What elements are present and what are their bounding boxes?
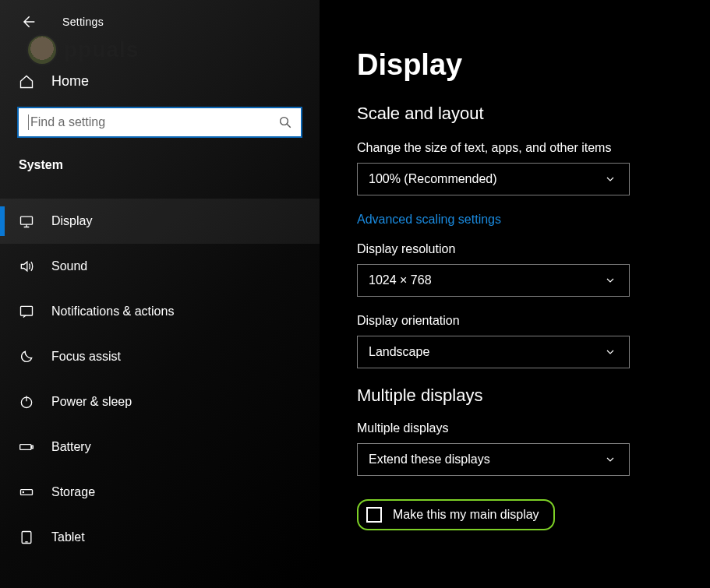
sidebar-item-power-sleep[interactable]: Power & sleep	[0, 379, 320, 424]
sidebar-item-label: Notifications & actions	[51, 305, 174, 319]
sound-icon	[19, 259, 34, 274]
chevron-down-icon	[602, 452, 618, 467]
search-container: Find a setting	[17, 107, 302, 138]
sidebar-item-tablet[interactable]: Tablet	[0, 515, 320, 560]
chevron-down-icon	[602, 344, 618, 360]
sidebar-item-storage[interactable]: Storage	[0, 470, 320, 515]
window-title: Settings	[62, 16, 104, 28]
sidebar-section-heading: System	[0, 138, 320, 177]
text-caret	[28, 114, 29, 130]
text-size-field: Change the size of text, apps, and other…	[357, 141, 679, 195]
sidebar-item-focus-assist[interactable]: Focus assist	[0, 334, 320, 379]
home-nav[interactable]: Home	[0, 65, 320, 97]
main-display-highlight: Make this my main display	[357, 499, 555, 530]
scale-layout-heading: Scale and layout	[357, 104, 679, 124]
main-display-label: Make this my main display	[393, 508, 539, 522]
sidebar-item-label: Power & sleep	[51, 395, 132, 409]
svg-rect-5	[32, 445, 34, 448]
display-icon	[19, 213, 34, 229]
orientation-dropdown[interactable]: Landscape	[357, 336, 630, 368]
resolution-label: Display resolution	[357, 242, 679, 256]
chevron-down-icon	[602, 273, 618, 288]
storage-icon	[19, 484, 34, 500]
sidebar-item-battery[interactable]: Battery	[0, 424, 320, 470]
sidebar-item-label: Sound	[51, 259, 87, 273]
svg-point-0	[281, 118, 288, 125]
svg-rect-1	[21, 217, 33, 224]
sidebar-item-label: Tablet	[51, 530, 85, 544]
home-label: Home	[51, 73, 89, 90]
sidebar-item-sound[interactable]: Sound	[0, 244, 320, 289]
home-icon	[19, 74, 34, 90]
search-placeholder: Find a setting	[30, 115, 277, 129]
arrow-left-icon	[20, 14, 36, 30]
multiple-displays-field: Multiple displays Extend these displays	[357, 421, 679, 476]
sidebar: Settings ppuals Home Find a setting	[0, 0, 320, 588]
search-icon	[277, 114, 293, 130]
notifications-icon	[19, 304, 34, 319]
sidebar-item-display[interactable]: Display	[0, 199, 320, 244]
battery-icon	[19, 439, 34, 455]
focus-assist-icon	[19, 349, 34, 364]
resolution-value: 1024 × 768	[369, 273, 432, 287]
settings-window: Settings ppuals Home Find a setting	[0, 0, 710, 588]
orientation-value: Landscape	[369, 345, 429, 359]
sidebar-item-label: Display	[51, 214, 92, 228]
main-content: Display Scale and layout Change the size…	[320, 0, 710, 588]
text-size-dropdown[interactable]: 100% (Recommended)	[357, 163, 630, 195]
power-icon	[19, 394, 34, 410]
sidebar-item-label: Focus assist	[51, 350, 121, 364]
svg-rect-4	[20, 445, 31, 450]
page-title: Display	[357, 48, 679, 82]
orientation-label: Display orientation	[357, 314, 679, 328]
search-input[interactable]: Find a setting	[17, 107, 302, 138]
sidebar-item-notifications[interactable]: Notifications & actions	[0, 289, 320, 334]
resolution-dropdown[interactable]: 1024 × 768	[357, 264, 630, 297]
back-button[interactable]	[16, 9, 41, 34]
resolution-field: Display resolution 1024 × 768	[357, 242, 679, 297]
orientation-field: Display orientation Landscape	[357, 314, 679, 368]
multiple-displays-value: Extend these displays	[369, 452, 490, 467]
text-size-label: Change the size of text, apps, and other…	[357, 141, 679, 155]
svg-point-7	[23, 491, 23, 492]
svg-rect-2	[21, 306, 33, 315]
sidebar-nav: Display Sound Notifications & actions	[0, 199, 320, 560]
multiple-displays-heading: Multiple displays	[357, 386, 679, 406]
sidebar-item-label: Battery	[51, 440, 91, 454]
advanced-scaling-link[interactable]: Advanced scaling settings	[357, 213, 501, 227]
tablet-icon	[19, 530, 34, 545]
text-size-value: 100% (Recommended)	[369, 172, 497, 186]
sidebar-item-label: Storage	[51, 485, 95, 499]
chevron-down-icon	[602, 171, 618, 187]
multiple-displays-label: Multiple displays	[357, 421, 679, 435]
titlebar: Settings	[0, 0, 320, 44]
multiple-displays-dropdown[interactable]: Extend these displays	[357, 443, 630, 476]
main-display-checkbox[interactable]	[366, 507, 382, 523]
